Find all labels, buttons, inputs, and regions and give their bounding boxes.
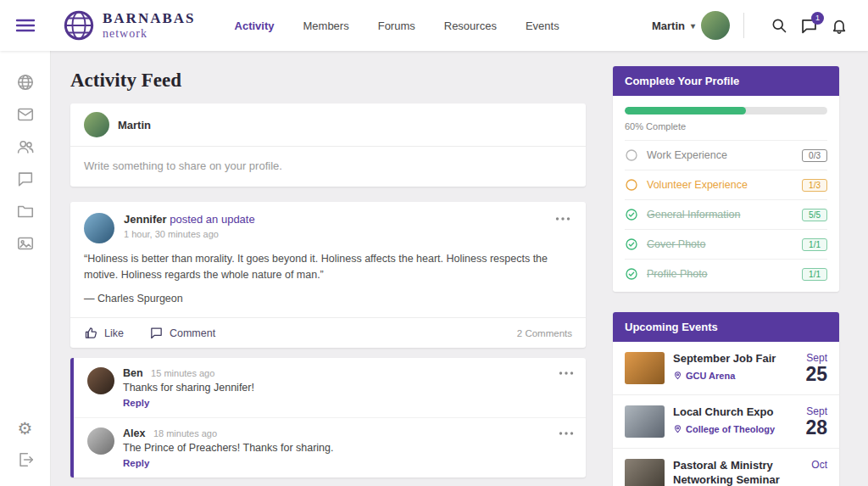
checklist-item-volunteer-experience[interactable]: Volunteer Experience 1/3	[625, 170, 827, 199]
checklist-count-badge: 1/3	[802, 179, 827, 192]
profile-card-body: 60% Complete Work Experience 0/3 Volunte…	[613, 96, 839, 292]
checklist-label: General Information	[647, 209, 793, 221]
like-label: Like	[104, 327, 124, 339]
checklist-item-profile-photo[interactable]: Profile Photo 1/1	[625, 259, 827, 288]
checklist-count-badge: 1/1	[802, 238, 827, 251]
comment-author-name[interactable]: Ben	[123, 367, 143, 379]
like-button[interactable]: Like	[84, 326, 124, 340]
comments-thread: Ben 15 minutes ago Thanks for sharing Je…	[70, 358, 586, 478]
comments-count[interactable]: 2 Comments	[517, 328, 572, 338]
empty-circle-icon	[625, 148, 638, 162]
event-info: Pastoral & Ministry Networking Seminar	[673, 459, 803, 486]
profile-progress-bar	[625, 107, 827, 115]
profile-card-title: Complete Your Profile	[613, 66, 839, 96]
menu-icon[interactable]	[15, 18, 36, 33]
comment-bubble-icon	[149, 326, 164, 340]
post-action-text: posted an update	[170, 213, 254, 226]
brand-logo[interactable]: BARNABAS network	[63, 9, 196, 42]
search-icon[interactable]	[771, 17, 787, 34]
main-content: Activity Feed Martin Write something to …	[51, 51, 868, 486]
checklist-item-work-experience[interactable]: Work Experience 0/3	[625, 140, 827, 170]
event-date: Oct	[811, 459, 827, 471]
globe-icon[interactable]	[16, 73, 35, 92]
comment-author-name[interactable]: Alex	[123, 427, 145, 439]
checklist-count-badge: 5/5	[802, 209, 827, 221]
post-quote: “Holiness is better than morality. It go…	[84, 251, 570, 284]
event-item[interactable]: Pastoral & Ministry Networking Seminar O…	[613, 448, 839, 486]
check-circle-icon	[625, 237, 638, 251]
events-card-title: Upcoming Events	[613, 312, 839, 342]
nav-activity[interactable]: Activity	[235, 20, 275, 32]
messages-icon[interactable]: 1	[800, 17, 818, 35]
checklist-item-cover-photo[interactable]: Cover Photo 1/1	[625, 229, 827, 259]
more-options-icon[interactable]	[557, 367, 576, 379]
profile-progress-label: 60% Complete	[625, 121, 827, 131]
right-sidebar: Complete Your Profile 60% Complete Work …	[613, 66, 839, 486]
reply-link[interactable]: Reply	[123, 458, 149, 468]
comment-author-avatar[interactable]	[87, 367, 114, 394]
event-name: Pastoral & Ministry Networking Seminar	[673, 459, 803, 486]
comment-button[interactable]: Comment	[149, 326, 215, 340]
page-title: Activity Feed	[70, 70, 586, 92]
event-month: Sept	[805, 352, 827, 364]
event-thumbnail	[625, 405, 665, 438]
user-menu[interactable]: Martin ▾	[652, 11, 730, 40]
more-options-icon[interactable]	[554, 213, 572, 225]
comment-author-avatar[interactable]	[87, 427, 114, 455]
location-pin-icon	[673, 370, 682, 381]
composer-user-row: Martin	[70, 103, 586, 147]
nav-forums[interactable]: Forums	[378, 20, 415, 32]
activity-feed-column: Activity Feed Martin Write something to …	[70, 66, 586, 486]
more-options-icon[interactable]	[557, 427, 576, 439]
post-actions: Like Comment 2 Comments	[70, 317, 586, 348]
post-header-text: Jennifer posted an update 1 hour, 30 min…	[124, 213, 255, 243]
folder-icon[interactable]	[16, 202, 35, 221]
event-info: September Job Fair GCU Arena	[673, 352, 776, 381]
checklist-label: Cover Photo	[647, 238, 793, 250]
post-body: “Holiness is better than morality. It go…	[70, 247, 586, 317]
user-name: Martin	[652, 20, 685, 32]
event-info: Local Church Expo College of Theology	[673, 405, 775, 434]
empty-circle-icon	[625, 178, 638, 192]
left-icon-rail: ⚙	[0, 51, 51, 486]
divider	[743, 13, 744, 38]
chevron-down-icon: ▾	[691, 21, 695, 31]
notifications-bell-icon[interactable]	[831, 17, 848, 35]
logout-icon[interactable]	[16, 450, 35, 469]
comment-label: Comment	[170, 327, 215, 339]
event-item[interactable]: September Job Fair GCU Arena Sept 25	[613, 342, 839, 394]
event-item[interactable]: Local Church Expo College of Theology Se…	[613, 394, 839, 448]
checklist-count-badge: 1/1	[802, 268, 827, 281]
event-name: September Job Fair	[673, 352, 776, 366]
checklist-label: Profile Photo	[647, 268, 793, 280]
location-pin-icon	[673, 423, 682, 434]
photos-icon[interactable]	[16, 234, 35, 253]
comment-text: Thanks for sharing Jennifer!	[123, 382, 254, 394]
members-icon[interactable]	[16, 137, 35, 156]
reply-link[interactable]: Reply	[123, 398, 149, 408]
top-right-cluster: Martin ▾ 1	[652, 11, 868, 40]
post-author-avatar[interactable]	[84, 213, 114, 243]
nav-events[interactable]: Events	[526, 20, 559, 32]
post-author-name[interactable]: Jennifer	[124, 213, 167, 226]
nav-resources[interactable]: Resources	[444, 20, 497, 32]
chat-icon[interactable]	[16, 170, 35, 188]
nav-members[interactable]: Members	[303, 20, 349, 32]
upcoming-events-card: Upcoming Events September Job Fair GCU A…	[613, 312, 839, 486]
settings-gear-icon[interactable]: ⚙	[18, 420, 33, 437]
inbox-mail-icon[interactable]	[16, 105, 35, 124]
checklist-label: Work Experience	[647, 149, 793, 161]
checklist-item-general-information[interactable]: General Information 5/5	[625, 199, 827, 229]
brand-text: BARNABAS network	[103, 11, 196, 40]
menu-column	[0, 18, 51, 33]
user-avatar[interactable]	[701, 11, 730, 40]
post-attribution: — Charles Spurgeon	[84, 291, 570, 307]
event-day: 28	[805, 417, 827, 438]
composer-input[interactable]: Write something to share on your profile…	[70, 147, 586, 187]
event-thumbnail	[625, 459, 665, 486]
composer-user-name: Martin	[118, 119, 151, 131]
comment-content: Ben 15 minutes ago Thanks for sharing Je…	[123, 367, 254, 410]
post-timestamp: 1 hour, 30 minutes ago	[124, 229, 255, 239]
composer-avatar[interactable]	[84, 112, 109, 137]
messages-count-badge: 1	[811, 12, 824, 25]
